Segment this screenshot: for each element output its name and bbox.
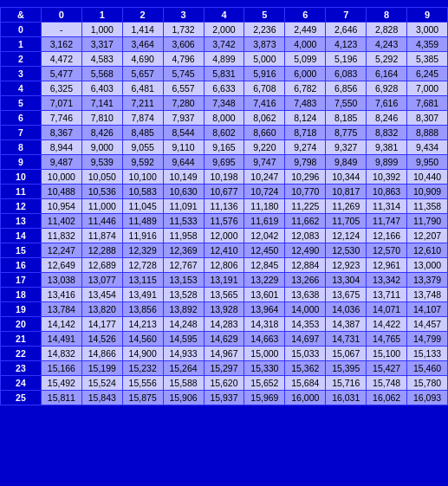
table-cell: 15,843 (81, 391, 122, 405)
row-header: 4 (1, 81, 42, 96)
table-cell: 15,199 (81, 361, 122, 376)
table-cell: 15,166 (41, 361, 81, 376)
title-bar (0, 0, 448, 7)
table-cell: 5,292 (367, 52, 407, 67)
table-cell: 11,489 (122, 214, 163, 229)
table-row: 57,0717,1417,2117,2807,3487,4167,4837,55… (1, 96, 448, 111)
table-cell: 9,849 (326, 155, 367, 170)
table-cell: 12,410 (204, 243, 244, 258)
table-row: 1612,64912,68912,72812,76712,80612,84512… (1, 258, 448, 273)
table-cell: 13,191 (204, 273, 244, 288)
table-cell: 13,379 (407, 273, 448, 288)
table-cell: 13,711 (367, 288, 407, 302)
table-cell: 12,923 (326, 258, 367, 273)
table-cell: 13,528 (163, 288, 204, 302)
table-cell: 10,050 (81, 170, 122, 185)
table-row: 78,3678,4268,4858,5448,6028,6608,7188,77… (1, 126, 448, 140)
table-cell: 1,414 (122, 23, 163, 37)
table-cell: 14,000 (285, 302, 326, 317)
table-cell: 13,892 (163, 302, 204, 317)
table-cell: 3,873 (244, 37, 285, 52)
table-cell: 4,796 (163, 52, 204, 67)
table-cell: 9,165 (204, 140, 244, 155)
table-cell: 9,000 (81, 140, 122, 155)
table-cell: 11,916 (122, 229, 163, 243)
table-cell: 9,695 (204, 155, 244, 170)
table-cell: 10,954 (41, 199, 81, 214)
table-cell: 15,875 (122, 391, 163, 405)
table-cell: 4,123 (326, 37, 367, 52)
table-cell: 13,675 (326, 288, 367, 302)
table-cell: 13,638 (285, 288, 326, 302)
table-cell: 9,274 (285, 140, 326, 155)
table-cell: 10,817 (326, 185, 367, 199)
table-cell: 13,266 (285, 273, 326, 288)
table-cell: 12,166 (367, 229, 407, 243)
table-cell: 14,595 (163, 332, 204, 347)
table-cell: 14,107 (407, 302, 448, 317)
table-cell: 8,000 (204, 111, 244, 126)
row-header: 22 (1, 347, 42, 361)
table-cell: 10,344 (326, 170, 367, 185)
table-cell: 14,248 (163, 317, 204, 332)
table-cell: 10,536 (81, 185, 122, 199)
table-cell: 12,490 (285, 243, 326, 258)
table-row: 2315,16615,19915,23215,26415,29715,33015… (1, 361, 448, 376)
table-cell: 13,115 (122, 273, 163, 288)
table-cell: 3,742 (204, 37, 244, 52)
table-cell: 13,820 (81, 302, 122, 317)
table-cell: 10,677 (204, 185, 244, 199)
row-header: 6 (1, 111, 42, 126)
table-cell: 4,000 (285, 37, 326, 52)
table-cell: 5,477 (41, 67, 81, 81)
table-cell: 16,093 (407, 391, 448, 405)
table-cell: 13,077 (81, 273, 122, 288)
table-cell: 7,550 (326, 96, 367, 111)
table-cell: 14,900 (122, 347, 163, 361)
row-header: 23 (1, 361, 42, 376)
table-cell: 11,446 (81, 214, 122, 229)
table-cell: 5,385 (407, 52, 448, 67)
table-cell: 13,038 (41, 273, 81, 288)
table-cell: 15,427 (367, 361, 407, 376)
column-header: 7 (326, 8, 367, 23)
table-row: 0-1,0001,4141,7322,0002,2362,4492,6462,8… (1, 23, 448, 37)
table-row: 2415,49215,52415,55615,58815,62015,65215… (1, 376, 448, 391)
table-cell: 11,091 (163, 199, 204, 214)
row-header: 11 (1, 185, 42, 199)
table-cell: 8,124 (285, 111, 326, 126)
column-header: 2 (122, 8, 163, 23)
table-cell: 13,229 (244, 273, 285, 288)
table-cell: - (41, 23, 81, 37)
row-header: 1 (1, 37, 42, 52)
table-cell: 11,358 (407, 199, 448, 214)
table-cell: 13,748 (407, 288, 448, 302)
table-cell: 6,557 (163, 81, 204, 96)
table-cell: 10,440 (407, 170, 448, 185)
row-header: 17 (1, 273, 42, 288)
table-cell: 5,000 (244, 52, 285, 67)
table-cell: 6,856 (326, 81, 367, 96)
table-cell: 7,483 (285, 96, 326, 111)
table-row: 2515,81115,84315,87515,90615,93715,96916… (1, 391, 448, 405)
table-cell: 5,196 (326, 52, 367, 67)
table-cell: 15,100 (367, 347, 407, 361)
table-cell: 11,136 (204, 199, 244, 214)
table-cell: 11,619 (244, 214, 285, 229)
table-cell: 15,748 (367, 376, 407, 391)
table-cell: 7,211 (122, 96, 163, 111)
table-cell: 8,367 (41, 126, 81, 140)
table-cell: 4,243 (367, 37, 407, 52)
table-cell: 8,602 (204, 126, 244, 140)
table-cell: 6,708 (244, 81, 285, 96)
table-cell: 11,747 (367, 214, 407, 229)
table-cell: 12,288 (81, 243, 122, 258)
table-cell: 14,353 (285, 317, 326, 332)
table-cell: 13,491 (122, 288, 163, 302)
table-cell: 15,524 (81, 376, 122, 391)
table-cell: 15,232 (122, 361, 163, 376)
table-cell: 10,149 (163, 170, 204, 185)
table-cell: 15,937 (204, 391, 244, 405)
table-cell: 15,588 (163, 376, 204, 391)
table-cell: 15,133 (407, 347, 448, 361)
